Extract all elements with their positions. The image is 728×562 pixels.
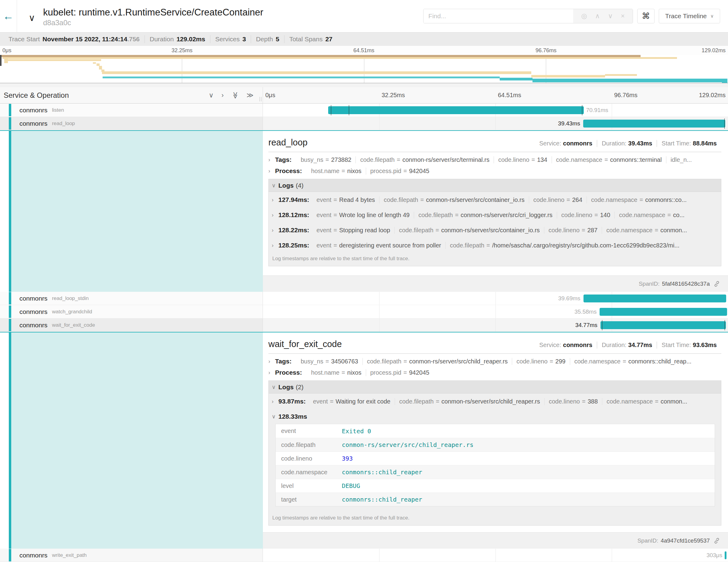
logs-header[interactable]: ∨ Logs(4)	[269, 179, 721, 192]
chevron-right-icon: ›	[268, 358, 275, 365]
span-row-write-exit-path[interactable]: conmonrs write_exit_path 303μs	[0, 549, 728, 562]
logs-note: Log timestamps are relative to the start…	[269, 512, 721, 525]
minimap-span	[532, 79, 725, 82]
span-operation: write_exit_path	[52, 552, 87, 558]
find-prev-icon[interactable]: ∧	[595, 12, 600, 20]
tags-row[interactable]: › Tags: busy_ns=273882 code.filepath=con…	[268, 156, 721, 163]
span-detail-wait-for-exit-code: wait_for_exit_code Service:conmonrs Dura…	[0, 332, 728, 549]
find-controls: ◎ ∧ ∨ ×	[573, 9, 633, 23]
minimap-span	[2, 57, 677, 59]
span-bar[interactable]	[600, 321, 726, 329]
chevron-right-icon: ›	[268, 370, 275, 376]
span-color-accent	[9, 104, 11, 116]
detail-start-time: Start Time:93.63ms	[657, 342, 721, 349]
minimap-span	[0, 55, 641, 57]
find-clear-icon[interactable]: ×	[621, 12, 625, 20]
span-service: conmonrs	[19, 120, 47, 127]
span-bar[interactable]	[600, 308, 727, 316]
span-service: conmonrs	[19, 295, 47, 302]
expand-one-icon[interactable]: ›	[222, 91, 224, 99]
keyboard-shortcuts-button[interactable]: ⌘	[637, 9, 655, 23]
span-row-listen[interactable]: conmonrs listen 70.91ms	[0, 104, 728, 117]
span-id-value: 5faf48165428c37a	[662, 281, 710, 287]
minimap-span	[722, 79, 727, 83]
span-row-wait-for-exit-code[interactable]: conmonrs wait_for_exit_code 34.77ms	[0, 318, 728, 332]
service-operation-header: Service & Operation	[0, 91, 69, 100]
span-row-watch-grandchild[interactable]: conmonrs watch_grandchild 35.58ms	[0, 305, 728, 318]
table-row: code.namespace conmonrs::child_reaper	[276, 465, 715, 479]
span-bar[interactable]	[583, 120, 725, 128]
table-row: code.lineno 393	[276, 451, 715, 465]
logs-section: ∨ Logs(4) › 127.94ms: event=Read 4 bytes…	[268, 179, 721, 266]
log-entry[interactable]: › 93.87ms: event=Waiting for exit code c…	[269, 393, 721, 409]
span-color-accent	[9, 549, 11, 561]
minimap-span	[99, 66, 102, 70]
table-row: target conmonrs::child_reaper	[276, 492, 715, 506]
span-color-accent	[9, 117, 11, 130]
find-next-icon[interactable]: ∨	[608, 12, 613, 20]
view-selector-button[interactable]: Trace Timeline ∨	[659, 9, 720, 23]
minimap-span	[605, 74, 637, 76]
collapse-all-icon[interactable]: ≫	[231, 92, 239, 99]
span-row-read-loop[interactable]: conmonrs read_loop 39.43ms	[0, 117, 728, 130]
trace-services: Services3	[210, 35, 251, 43]
span-bar[interactable]	[583, 295, 726, 302]
trace-id: d8a3a0c	[43, 19, 263, 27]
span-duration-label: 39.43ms	[558, 120, 580, 127]
log-entry[interactable]: › 128.12ms: event=Wrote log line of leng…	[269, 207, 721, 222]
span-bar[interactable]	[725, 551, 726, 559]
detail-service: Service:conmonrs	[535, 342, 597, 349]
find-box: ◎ ∧ ∨ ×	[423, 9, 633, 23]
chevron-right-icon: ›	[268, 168, 275, 174]
span-color-accent	[9, 319, 11, 331]
trace-depth: Depth5	[251, 35, 284, 43]
trace-title-chevron-icon[interactable]: ∨	[29, 12, 35, 23]
find-input[interactable]	[424, 9, 573, 23]
span-service: conmonrs	[19, 308, 47, 315]
span-operation: watch_grandchild	[52, 309, 92, 315]
logs-section: ∨ Logs(2) › 93.87ms: event=Waiting for e…	[268, 380, 721, 526]
tick-label: 64.51ms	[353, 47, 374, 54]
detail-title: wait_for_exit_code	[268, 339, 535, 349]
collapse-one-icon[interactable]: ∨	[209, 91, 214, 99]
find-target-icon[interactable]: ◎	[581, 12, 587, 20]
command-icon: ⌘	[642, 11, 650, 21]
expand-all-icon[interactable]: ≫	[247, 91, 253, 99]
link-icon[interactable]	[713, 537, 720, 544]
log-fields-table: event Exited 0 code.filepath conmon-rs/s…	[275, 424, 715, 506]
column-resize-handle[interactable]	[260, 97, 261, 101]
process-row[interactable]: › Process: host.name=nixos process.pid=9…	[268, 167, 721, 175]
minimap-scrubber-handle[interactable]	[0, 55, 2, 66]
chevron-right-icon: ›	[272, 398, 278, 405]
table-row: level DEBUG	[276, 479, 715, 492]
trace-minimap[interactable]	[0, 55, 728, 83]
trace-total-spans: Total Spans27	[284, 35, 337, 43]
tick-label: 0μs	[265, 92, 275, 99]
tick-label: 96.76ms	[614, 92, 638, 99]
detail-service: Service:conmonrs	[535, 140, 597, 147]
log-entry[interactable]: › 128.22ms: event=Stopping read loop cod…	[269, 222, 721, 237]
minimap-gap	[0, 83, 728, 87]
trace-start: Trace Start November 15 2022, 11:24:14.7…	[4, 35, 145, 43]
minimap-span	[93, 62, 96, 64]
log-entry[interactable]: › 127.94ms: event=Read 4 bytes code.file…	[269, 192, 721, 207]
tick-label: 0μs	[2, 47, 11, 54]
span-duration-label: 303μs	[706, 552, 722, 559]
chevron-right-icon: ›	[272, 242, 278, 249]
span-service: conmonrs	[19, 107, 47, 114]
back-arrow-icon[interactable]: ←	[3, 10, 14, 22]
process-row[interactable]: › Process: host.name=nixos process.pid=9…	[268, 369, 721, 376]
span-row-read-loop-stdin[interactable]: conmonrs read_loop_stdin 39.69ms	[0, 292, 728, 305]
trace-title: kubelet: runtime.v1.RuntimeService/Creat…	[43, 7, 263, 18]
log-entry-expanded[interactable]: ∨ 128.33ms	[269, 409, 721, 421]
detail-duration: Duration:39.43ms	[597, 140, 657, 147]
span-bar[interactable]	[328, 106, 584, 114]
view-selector-label: Trace Timeline	[665, 12, 707, 20]
span-duration-label: 39.69ms	[558, 295, 580, 302]
chevron-down-icon: ∨	[272, 384, 278, 390]
logs-header[interactable]: ∨ Logs(2)	[269, 381, 721, 393]
link-icon[interactable]	[713, 281, 720, 287]
tags-row[interactable]: › Tags: busy_ns=34506763 code.filepath=c…	[268, 358, 721, 365]
log-entry[interactable]: › 128.25ms: event=deregistering event so…	[269, 237, 721, 253]
tick-label: 96.76ms	[536, 47, 556, 54]
